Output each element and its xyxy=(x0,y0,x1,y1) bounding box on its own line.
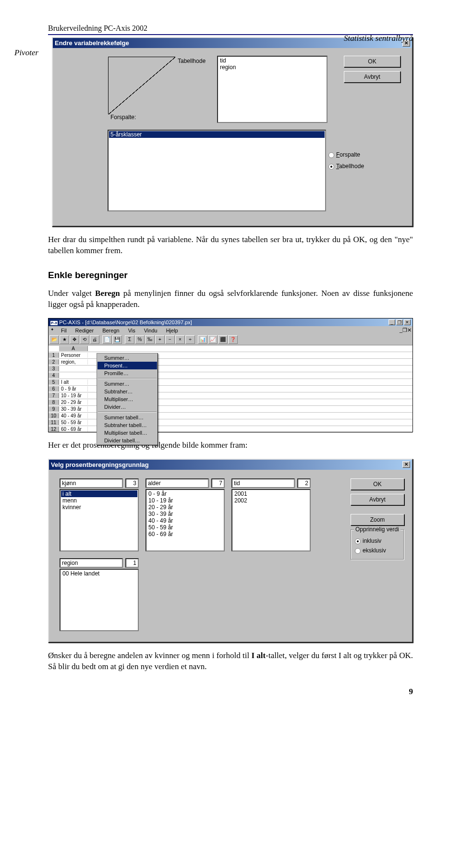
toolbar-button[interactable]: ★ xyxy=(60,335,69,344)
toolbar-button[interactable]: ❓ xyxy=(228,335,238,344)
heading-enkle-beregninger: Enkle beregninger xyxy=(48,270,413,281)
list-item[interactable]: 10 - 19 år xyxy=(147,497,223,504)
radio-inklusiv[interactable]: inklusiv xyxy=(355,538,400,544)
list-item[interactable]: 60 - 69 år xyxy=(147,531,223,538)
list-item[interactable]: 30 - 39 år xyxy=(147,511,223,517)
axes-diagram-icon xyxy=(108,57,175,114)
toolbar-button[interactable]: 📄 xyxy=(102,335,112,344)
forspalte-list[interactable]: 5-årsklasser xyxy=(108,130,326,211)
menu-item[interactable]: Divider… xyxy=(97,403,157,411)
restore-icon[interactable]: ❐ xyxy=(402,327,407,333)
dialog2-title: Velg prosentberegningsgrunnlag xyxy=(51,461,149,468)
app-menubar[interactable]: ✦ Fil Rediger Beregn Vis Vindu Hjelp xyxy=(49,326,400,335)
menu-item[interactable]: Promille… xyxy=(97,369,157,377)
menu-beregn[interactable]: Beregn xyxy=(100,327,121,334)
ok-button[interactable]: OK xyxy=(351,478,404,490)
toolbar-button[interactable]: 📊 xyxy=(198,335,207,344)
zoom-button[interactable]: Zoom xyxy=(351,514,404,526)
menu-item[interactable]: Subtraher tabell… xyxy=(97,421,157,429)
ok-button[interactable]: OK xyxy=(344,56,400,67)
menu-item[interactable]: Divider tabell… xyxy=(97,437,157,444)
list-item[interactable]: 50 - 59 år xyxy=(147,524,223,531)
menu-item[interactable]: Prosent… xyxy=(97,362,157,369)
list-item[interactable]: 2002 xyxy=(233,497,309,504)
close-icon[interactable]: ✕ xyxy=(404,319,411,325)
paragraph-4: Ønsker du å beregne andelen av kvinner o… xyxy=(48,650,413,672)
value-list[interactable]: 00 Hele landet xyxy=(60,569,139,631)
list-item[interactable]: 2001 xyxy=(233,490,309,497)
toolbar-button[interactable]: − xyxy=(165,335,175,344)
radio-eksklusiv[interactable]: eksklusiv xyxy=(355,547,400,554)
cancel-button[interactable]: Avbryt xyxy=(351,494,404,505)
toolbar-button[interactable]: 📈 xyxy=(208,335,218,344)
list-item[interactable]: 40 - 49 år xyxy=(147,517,223,524)
app-title-text: PC-AXIS - [d:\Database\Norge\02 Befolkni… xyxy=(59,319,192,325)
toolbar-button[interactable]: 🖨 xyxy=(90,335,99,344)
list-item[interactable]: i alt xyxy=(61,490,137,497)
toolbar-button[interactable]: ‰ xyxy=(145,335,155,344)
doc-header-right: Statistisk sentralbyrå xyxy=(344,34,413,43)
list-item[interactable]: tid xyxy=(218,57,326,64)
menu-item[interactable]: Subtraher… xyxy=(97,388,157,395)
list-item[interactable]: 00 Hele landet xyxy=(61,570,137,577)
toolbar-button[interactable]: Σ xyxy=(125,335,134,344)
page-number: 9 xyxy=(48,687,413,697)
radio-forspalte[interactable]: Forspalte xyxy=(328,151,400,158)
toolbar-button[interactable]: ÷ xyxy=(185,335,195,344)
menu-vindu[interactable]: Vindu xyxy=(142,327,159,334)
menu-item[interactable]: Multipliser tabell… xyxy=(97,429,157,437)
menu-hjelp[interactable]: Hjelp xyxy=(164,327,180,334)
beregn-dropdown-menu[interactable]: Summer…Prosent…Promille…Summer…Subtraher… xyxy=(97,353,158,445)
tabellhode-list[interactable]: tid region xyxy=(217,56,328,123)
list-item[interactable]: 20 - 29 år xyxy=(147,504,223,511)
toolbar-button[interactable]: % xyxy=(135,335,145,344)
menu-rediger[interactable]: Rediger xyxy=(73,327,96,334)
menu-fil[interactable]: Fil xyxy=(59,327,69,334)
app-toolbar[interactable]: 📂★✥⟲🖨📄💾Σ%‰+−×÷📊📈⬛❓ xyxy=(49,335,412,345)
pcaxis-app-window: P-XPC-AXIS - [d:\Database\Norge\02 Befol… xyxy=(48,318,413,432)
variable-name-input[interactable]: tid xyxy=(231,478,295,488)
minimize-icon[interactable]: _ xyxy=(388,319,395,325)
toolbar-button[interactable]: 💾 xyxy=(112,335,122,344)
variable-name-input[interactable]: kjønn xyxy=(60,478,123,488)
list-item-selected[interactable]: 5-årsklasser xyxy=(109,131,325,138)
toolbar-button[interactable]: ✥ xyxy=(70,335,79,344)
toolbar-button[interactable]: × xyxy=(175,335,185,344)
dialog2-titlebar[interactable]: Velg prosentberegningsgrunnlag ✕ xyxy=(49,460,412,470)
list-item[interactable]: kvinner xyxy=(61,504,137,511)
toolbar-button[interactable]: + xyxy=(155,335,165,344)
menu-item[interactable]: Summer… xyxy=(97,380,157,388)
menu-vis[interactable]: Vis xyxy=(126,327,137,334)
value-list[interactable]: 0 - 9 år10 - 19 år20 - 29 år30 - 39 år40… xyxy=(146,489,225,551)
maximize-icon[interactable]: ❐ xyxy=(396,319,403,325)
list-item[interactable]: region xyxy=(218,64,326,71)
variable-count-input[interactable]: 7 xyxy=(211,478,225,488)
label-forspalte: Forspalte: xyxy=(110,114,136,121)
variable-count-input[interactable]: 2 xyxy=(297,478,311,488)
dialog1-title: Endre variabelrekkefølge xyxy=(55,39,129,47)
list-item[interactable]: 0 - 9 år xyxy=(147,490,223,497)
toolbar-button[interactable]: 📂 xyxy=(49,335,59,344)
list-item[interactable]: menn xyxy=(61,497,137,504)
paragraph-2: Under valget Beregn på menylinjen finner… xyxy=(48,288,413,310)
cancel-button[interactable]: Avbryt xyxy=(344,71,400,83)
app-titlebar[interactable]: P-XPC-AXIS - [d:\Database\Norge\02 Befol… xyxy=(49,318,412,326)
variable-count-input[interactable]: 1 xyxy=(125,558,139,568)
close-icon[interactable]: ✕ xyxy=(407,327,412,333)
variable-name-input[interactable]: region xyxy=(60,558,123,568)
close-icon[interactable]: ✕ xyxy=(402,461,410,468)
toolbar-button[interactable]: ⬛ xyxy=(218,335,228,344)
menu-item[interactable]: Summer… xyxy=(97,354,157,362)
variable-name-input[interactable]: alder xyxy=(146,478,209,488)
value-list[interactable]: 20012002 xyxy=(231,489,311,551)
menu-item[interactable]: Summer tabell… xyxy=(97,414,157,421)
menu-item[interactable]: Multipliser… xyxy=(97,395,157,403)
toolbar-button[interactable]: ⟲ xyxy=(80,335,89,344)
doc-header-left: Brukerveiledning PC-Axis 2002 xyxy=(48,24,147,33)
variable-count-input[interactable]: 3 xyxy=(125,478,139,488)
radio-tabellhode[interactable]: Tabellhode xyxy=(328,163,400,170)
groupbox-legend: Opprinnelig verdi xyxy=(354,526,400,533)
label-tabellhode: Tabellhode xyxy=(178,58,206,64)
col-header[interactable]: A xyxy=(59,346,88,351)
value-list[interactable]: i altmennkvinner xyxy=(60,489,139,551)
